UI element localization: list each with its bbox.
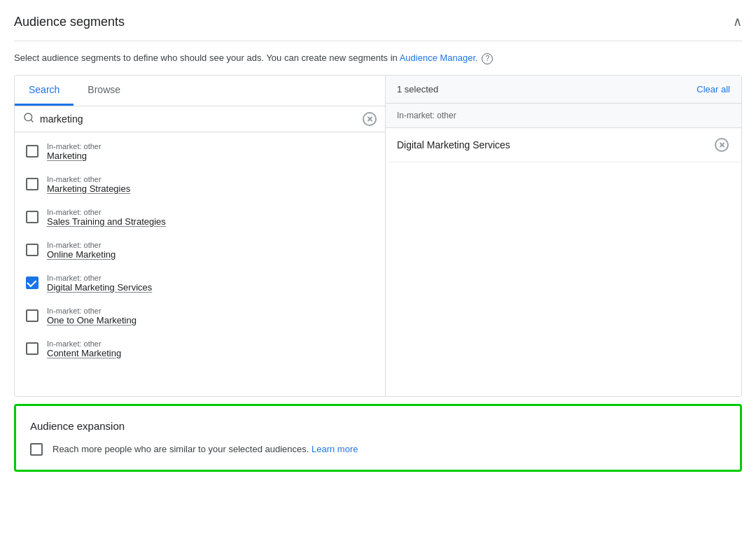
checkbox-marketing[interactable]: [26, 145, 38, 158]
selected-item: Digital Marketing Services: [386, 128, 741, 162]
result-category: In-market: other: [47, 307, 136, 315]
result-item[interactable]: In-market: other Online Marketing: [15, 234, 385, 267]
main-panel: Search Browse: [14, 75, 742, 397]
right-panel: 1 selected Clear all In-market: other Di…: [386, 76, 741, 396]
search-box: [15, 106, 385, 132]
expansion-text: Reach more people who are similar to you…: [52, 444, 358, 454]
result-category: In-market: other: [47, 340, 121, 348]
result-category: In-market: other: [47, 274, 152, 282]
audience-manager-link[interactable]: Audience Manager.: [400, 52, 478, 63]
search-icon: [23, 112, 34, 126]
result-name: Marketing Strategies: [47, 183, 130, 194]
selected-item-name: Digital Marketing Services: [397, 139, 510, 150]
checkbox-marketing-strategies[interactable]: [26, 178, 38, 190]
left-panel: Search Browse: [15, 76, 386, 396]
result-item[interactable]: In-market: other Digital Marketing Servi…: [15, 267, 385, 300]
checkbox-digital-marketing[interactable]: [26, 276, 38, 289]
clear-search-icon[interactable]: [363, 112, 377, 126]
result-name: Online Marketing: [47, 249, 115, 260]
checkbox-online-marketing[interactable]: [26, 244, 38, 256]
result-name: Marketing: [47, 150, 102, 161]
checkbox-one-to-one[interactable]: [26, 309, 38, 322]
selected-count: 1 selected: [397, 84, 438, 94]
svg-line-1: [31, 120, 33, 122]
right-header: 1 selected Clear all: [386, 76, 741, 104]
tab-search[interactable]: Search: [15, 76, 74, 106]
result-item[interactable]: In-market: other Marketing: [15, 135, 385, 168]
tab-browse[interactable]: Browse: [74, 76, 134, 106]
checkbox-content-marketing[interactable]: [26, 342, 38, 355]
selected-group-header: In-market: other: [386, 104, 741, 128]
result-item[interactable]: In-market: other Sales Training and Stra…: [15, 201, 385, 234]
tabs: Search Browse: [15, 76, 385, 106]
expansion-option: Reach more people who are similar to you…: [30, 443, 726, 456]
remove-item-icon[interactable]: [713, 136, 730, 153]
help-icon[interactable]: ?: [482, 53, 493, 64]
result-category: In-market: other: [47, 142, 102, 150]
description-text: Select audience segments to define who s…: [14, 51, 742, 65]
result-category: In-market: other: [47, 175, 130, 183]
result-name: One to One Marketing: [47, 315, 136, 326]
result-name: Digital Marketing Services: [47, 282, 152, 293]
result-name: Content Marketing: [47, 348, 121, 358]
collapse-icon[interactable]: ∧: [733, 14, 742, 29]
result-category: In-market: other: [47, 208, 166, 216]
expansion-checkbox[interactable]: [30, 443, 43, 456]
results-list: In-market: other Marketing In-market: ot…: [15, 132, 385, 396]
search-input[interactable]: [40, 113, 357, 125]
result-item[interactable]: In-market: other Marketing Strategies: [15, 168, 385, 201]
clear-all-button[interactable]: Clear all: [696, 84, 730, 94]
checkbox-sales-training[interactable]: [26, 211, 38, 223]
result-item[interactable]: In-market: other One to One Marketing: [15, 300, 385, 332]
learn-more-link[interactable]: Learn more: [312, 444, 358, 454]
result-item[interactable]: In-market: other Content Marketing: [15, 332, 385, 365]
audience-expansion-panel: Audience expansion Reach more people who…: [14, 404, 742, 472]
result-category: In-market: other: [47, 241, 115, 249]
panel-header: Audience segments ∧: [14, 14, 742, 41]
panel-title: Audience segments: [14, 15, 125, 29]
result-name: Sales Training and Strategies: [47, 216, 166, 227]
expansion-title: Audience expansion: [30, 420, 726, 432]
